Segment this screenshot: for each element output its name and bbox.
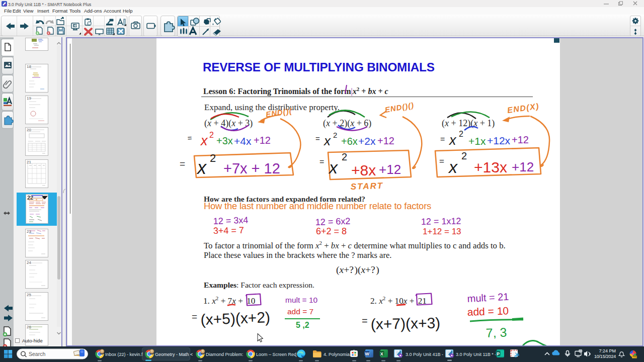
svg-text:=: = [440, 135, 445, 143]
svg-text:END(X): END(X) [507, 102, 540, 115]
svg-text:3+4 = 7: 3+4 = 7 [213, 225, 244, 236]
svg-text:x: x [448, 133, 457, 148]
svg-text:add = 10: add = 10 [467, 305, 509, 318]
svg-text:+3x: +3x [216, 135, 233, 146]
svg-text:2: 2 [333, 131, 337, 139]
svg-text:+6x: +6x [341, 136, 358, 147]
svg-text:+12: +12 [379, 162, 401, 177]
svg-text:P: P [497, 351, 500, 356]
svg-text:4. Polynomiaː: 4. Polynomiaː [324, 352, 351, 357]
svg-text:+4x: +4x [234, 135, 252, 147]
svg-text:=: = [439, 156, 444, 166]
svg-text:2: 2 [342, 151, 347, 162]
svg-text:+12: +12 [254, 135, 271, 146]
svg-text:x: x [200, 133, 208, 148]
svg-text:mult = 21: mult = 21 [467, 291, 509, 304]
svg-text:Geometry - Math ˂: Geometry - Math ˂ [155, 352, 193, 357]
svg-text:+12x: +12x [487, 135, 511, 146]
svg-text:(x+5)(x+2): (x+5)(x+2) [200, 309, 270, 328]
svg-text:=: = [180, 158, 185, 169]
svg-text:=: = [187, 133, 192, 142]
svg-text:END()(): END()() [384, 101, 415, 114]
svg-text:2: 2 [459, 130, 463, 138]
svg-text:12 = 1x12: 12 = 1x12 [421, 216, 461, 227]
svg-text:x: x [448, 157, 458, 176]
svg-text:+13x: +13x [474, 159, 507, 175]
svg-text:W: W [365, 351, 369, 356]
svg-text:+7x + 12: +7x + 12 [223, 160, 280, 176]
svg-text:PRE: PRE [632, 355, 637, 358]
svg-text:6+2 = 8: 6+2 = 8 [316, 226, 347, 236]
svg-text:+8x: +8x [351, 162, 376, 178]
svg-text:x: x [323, 133, 331, 148]
svg-text:2: 2 [461, 150, 467, 161]
svg-text:=: = [362, 315, 368, 326]
svg-text:10/15/2024: 10/15/2024 [594, 354, 616, 359]
svg-text:Inbox (22) - kevin.f: Inbox (22) - kevin.f [105, 352, 143, 357]
svg-text:=: = [192, 311, 197, 322]
svg-text:12 = 3x4: 12 = 3x4 [213, 215, 248, 226]
svg-text:+12: +12 [377, 135, 394, 146]
svg-text:=: = [315, 134, 320, 143]
svg-text:x: x [328, 158, 338, 177]
svg-text:3.0 Poly Unit 41B -: 3.0 Poly Unit 41B - [406, 352, 443, 357]
svg-text:=: = [319, 157, 324, 166]
svg-text:7:24 PM: 7:24 PM [599, 348, 616, 353]
svg-text:3.0 Poly Unit 11B * -: 3.0 Poly Unit 11B * - [456, 352, 496, 357]
svg-text:Loom – Screen Reɖ: Loom – Screen Reɖ [256, 352, 297, 357]
svg-text:2: 2 [210, 152, 216, 164]
svg-text:Search: Search [29, 351, 45, 357]
svg-text:X: X [380, 351, 383, 356]
svg-text:+12: +12 [512, 134, 529, 145]
svg-text:2: 2 [209, 131, 214, 139]
svg-text:Diamond Problem:: Diamond Problem: [206, 352, 244, 357]
svg-text:+1x: +1x [468, 135, 486, 147]
svg-text:+12: +12 [512, 159, 534, 174]
svg-text:1+12 = 13: 1+12 = 13 [423, 227, 461, 236]
svg-text:START: START [350, 181, 383, 192]
svg-text:x: x [196, 157, 207, 178]
svg-text:12 = 6x2: 12 = 6x2 [315, 216, 350, 227]
svg-text:(x+7)(x+3): (x+7)(x+3) [371, 315, 441, 332]
svg-text:7, 3: 7, 3 [486, 325, 507, 340]
svg-text:+2x: +2x [358, 135, 376, 147]
